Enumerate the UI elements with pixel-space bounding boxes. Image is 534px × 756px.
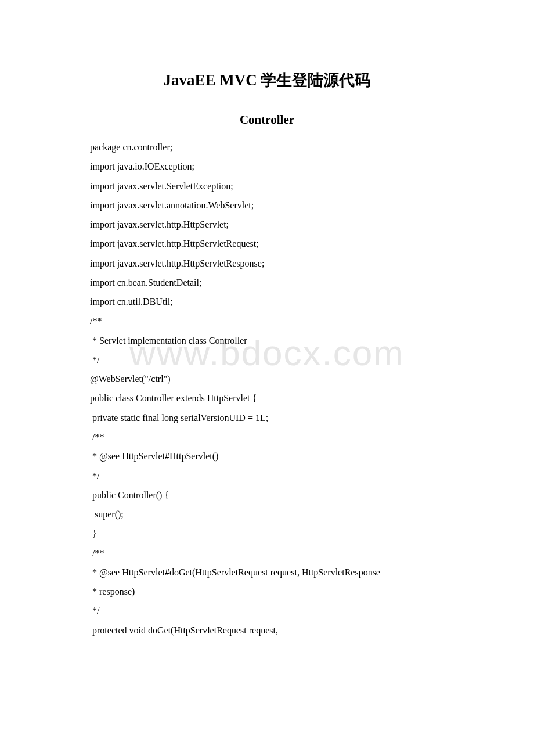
code-line: package cn.controller; <box>90 138 444 157</box>
code-line: } <box>90 524 444 543</box>
code-line: */ <box>90 466 444 485</box>
code-line: * Servlet implementation class Controlle… <box>90 331 444 350</box>
code-line: @WebServlet("/ctrl") <box>90 369 444 388</box>
code-block: package cn.controller; import java.io.IO… <box>90 138 444 640</box>
code-line: /** <box>90 543 444 563</box>
document-content: JavaEE MVC 学生登陆源代码 Controller package cn… <box>90 70 444 640</box>
code-line: public class Controller extends HttpServ… <box>90 388 444 408</box>
document-title: JavaEE MVC 学生登陆源代码 <box>90 70 444 91</box>
code-line: * response) <box>90 582 444 601</box>
code-line: * @see HttpServlet#doGet(HttpServletRequ… <box>90 563 444 582</box>
code-line: super(); <box>90 505 444 524</box>
code-line: import javax.servlet.http.HttpServletRes… <box>90 254 444 273</box>
code-line: import javax.servlet.http.HttpServletReq… <box>90 234 444 253</box>
code-line: private static final long serialVersionU… <box>90 408 444 427</box>
code-line: /** <box>90 427 444 447</box>
code-line: */ <box>90 601 444 620</box>
code-line: */ <box>90 350 444 369</box>
code-line: import javax.servlet.annotation.WebServl… <box>90 196 444 215</box>
code-line: * @see HttpServlet#HttpServlet() <box>90 447 444 466</box>
code-line: import cn.util.DBUtil; <box>90 292 444 311</box>
code-line: /** <box>90 311 444 330</box>
section-subtitle: Controller <box>90 113 444 127</box>
code-line: import java.io.IOException; <box>90 157 444 176</box>
code-line: import cn.bean.StudentDetail; <box>90 273 444 292</box>
code-line: import javax.servlet.ServletException; <box>90 177 444 196</box>
code-line: public Controller() { <box>90 485 444 505</box>
code-line: protected void doGet(HttpServletRequest … <box>90 621 444 640</box>
code-line: import javax.servlet.http.HttpServlet; <box>90 215 444 234</box>
